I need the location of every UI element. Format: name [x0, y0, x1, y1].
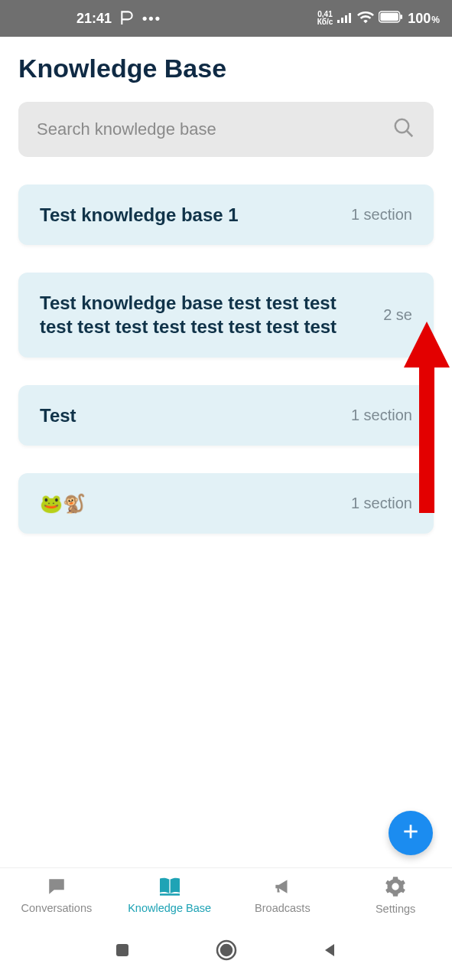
- search-icon: [392, 116, 415, 142]
- status-time: 21:41: [76, 11, 112, 27]
- plus-icon: [401, 822, 421, 844]
- recent-apps-button[interactable]: [113, 941, 132, 962]
- chat-icon: [45, 877, 68, 899]
- status-bar: 21:41 ••• 0,41 Кб/с 100%: [0, 0, 452, 37]
- nav-broadcasts[interactable]: Broadcasts: [226, 877, 340, 914]
- status-app-icon: [119, 9, 135, 28]
- svg-point-7: [395, 119, 409, 133]
- kb-card[interactable]: 🐸🐒 1 section: [18, 473, 434, 534]
- svg-rect-6: [401, 15, 403, 19]
- kb-list: Test knowledge base 1 1 section Test kno…: [0, 157, 452, 534]
- battery-percent: 100%: [408, 11, 440, 27]
- status-net-rate: 0,41 Кб/с: [317, 11, 333, 26]
- svg-point-15: [221, 945, 232, 956]
- nav-knowledge-base[interactable]: Knowledge Base: [113, 877, 226, 914]
- kb-card-title: 🐸🐒: [40, 492, 339, 515]
- status-more-icon: •••: [142, 11, 161, 27]
- kb-card-title: Test knowledge base test test test test …: [40, 291, 371, 338]
- nav-conversations[interactable]: Conversations: [0, 877, 113, 914]
- status-left: 21:41 •••: [76, 9, 161, 28]
- nav-settings[interactable]: Settings: [339, 876, 452, 915]
- kb-card[interactable]: Test knowledge base test test test test …: [18, 273, 434, 357]
- svg-rect-13: [116, 944, 128, 956]
- home-button[interactable]: [215, 939, 238, 965]
- kb-card-title: Test: [40, 403, 339, 427]
- kb-card-title: Test knowledge base 1: [40, 203, 339, 227]
- gear-icon: [385, 876, 406, 900]
- back-button[interactable]: [320, 941, 339, 962]
- svg-rect-0: [337, 20, 340, 23]
- page-title: Knowledge Base: [0, 37, 452, 102]
- kb-card-meta: 1 section: [351, 206, 412, 224]
- search-input[interactable]: [37, 119, 383, 139]
- kb-card-meta: 1 section: [351, 407, 412, 424]
- nav-label: Broadcasts: [255, 902, 311, 914]
- signal-icon: [337, 11, 353, 27]
- search-box[interactable]: [18, 102, 434, 157]
- megaphone-icon: [272, 877, 293, 899]
- status-right: 0,41 Кб/с 100%: [317, 10, 440, 28]
- svg-line-8: [407, 131, 413, 137]
- kb-card-meta: 2 se: [383, 306, 412, 324]
- add-button[interactable]: [389, 811, 433, 855]
- kb-card-meta: 1 section: [351, 495, 412, 512]
- nav-label: Settings: [376, 903, 415, 915]
- kb-card[interactable]: Test 1 section: [18, 385, 434, 446]
- svg-rect-2: [345, 15, 347, 23]
- nav-label: Knowledge Base: [128, 902, 211, 914]
- wifi-icon: [357, 10, 374, 28]
- bottom-nav: Conversations Knowledge Base Broadcasts …: [0, 867, 452, 923]
- nav-label: Conversations: [21, 902, 93, 914]
- kb-card[interactable]: Test knowledge base 1 1 section: [18, 185, 434, 245]
- battery-icon: [379, 11, 403, 27]
- book-icon: [158, 877, 182, 899]
- system-nav: [0, 923, 452, 980]
- svg-rect-3: [349, 13, 351, 23]
- svg-rect-5: [381, 12, 399, 20]
- svg-rect-1: [341, 18, 343, 23]
